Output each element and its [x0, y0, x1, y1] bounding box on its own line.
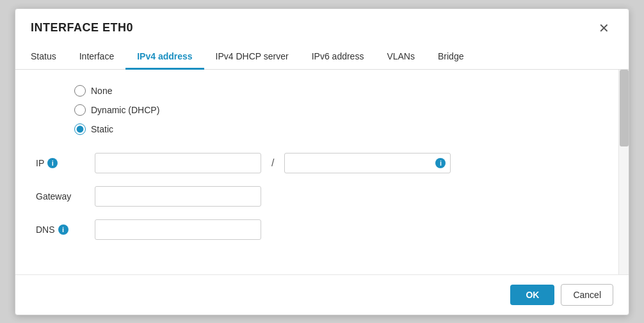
radio-static[interactable]: Static: [74, 123, 598, 135]
tab-ipv6-address[interactable]: IPv6 address: [300, 45, 376, 70]
dns-info-icon[interactable]: i: [58, 225, 68, 235]
tab-interface[interactable]: Interface: [68, 45, 125, 70]
radio-dynamic-label: Dynamic (DHCP): [91, 105, 159, 115]
dns-input[interactable]: [95, 219, 261, 240]
scrollbar[interactable]: [618, 70, 629, 274]
radio-none-input[interactable]: [74, 85, 86, 97]
gateway-input[interactable]: [95, 186, 261, 207]
dialog-header: INTERFACE ETH0 ✕: [15, 9, 629, 41]
dialog: INTERFACE ETH0 ✕ Status Interface IPv4 a…: [15, 8, 629, 315]
tab-ipv4-address[interactable]: IPv4 address: [125, 45, 204, 70]
slash-separator: /: [269, 157, 277, 169]
dns-label-text: DNS: [36, 225, 55, 235]
radio-static-label: Static: [91, 124, 113, 134]
tab-ipv4-dhcp-server[interactable]: IPv4 DHCP server: [204, 45, 300, 70]
mask-input[interactable]: [284, 153, 451, 173]
mask-info-icon[interactable]: i: [435, 158, 446, 168]
ip-input[interactable]: [95, 153, 261, 173]
dialog-footer: OK Cancel: [15, 274, 629, 315]
cancel-button[interactable]: Cancel: [561, 284, 613, 306]
radio-static-input[interactable]: [74, 123, 86, 135]
ip-info-icon[interactable]: i: [47, 158, 58, 168]
dialog-title: INTERFACE ETH0: [31, 21, 133, 35]
ok-button[interactable]: OK: [510, 285, 554, 305]
content-area: None Dynamic (DHCP) Static IP i /: [15, 70, 618, 274]
dns-label: DNS i: [36, 225, 87, 235]
tabs-row: Status Interface IPv4 address IPv4 DHCP …: [15, 45, 629, 70]
scrollbar-thumb: [620, 70, 629, 146]
ip-label: IP i: [36, 158, 87, 168]
radio-dynamic[interactable]: Dynamic (DHCP): [74, 104, 598, 116]
radio-none[interactable]: None: [74, 85, 598, 97]
mask-wrapper: i: [284, 153, 451, 173]
gateway-label-text: Gateway: [36, 191, 71, 201]
gateway-row: Gateway: [36, 186, 598, 207]
tab-bridge[interactable]: Bridge: [426, 45, 475, 70]
tab-status[interactable]: Status: [31, 45, 68, 70]
tab-vlans[interactable]: VLANs: [375, 45, 426, 70]
gateway-label: Gateway: [36, 191, 87, 201]
radio-dynamic-input[interactable]: [74, 104, 86, 116]
ip-label-text: IP: [36, 158, 44, 168]
ip-row: IP i / i: [36, 153, 598, 173]
dialog-body: None Dynamic (DHCP) Static IP i /: [15, 70, 629, 274]
close-button[interactable]: ✕: [595, 20, 613, 36]
radio-none-label: None: [91, 86, 112, 96]
dns-row: DNS i: [36, 219, 598, 240]
radio-group: None Dynamic (DHCP) Static: [36, 85, 598, 135]
